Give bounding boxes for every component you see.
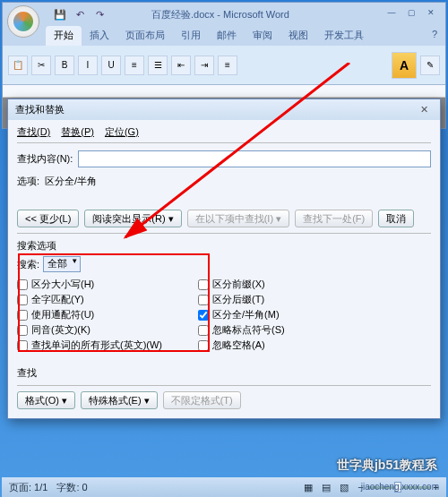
option-checkbox[interactable]: 忽略空格(A): [198, 338, 285, 352]
option-checkbox[interactable]: 区分大小写(H): [17, 278, 162, 291]
checkbox-label: 区分前缀(X): [212, 278, 265, 291]
checkbox[interactable]: [198, 279, 209, 290]
list-icon[interactable]: ≡: [125, 56, 144, 75]
quick-access-toolbar: 💾 ↶ ↷: [53, 7, 107, 21]
titlebar: 💾 ↶ ↷ 百度经验.docx - Microsoft Word — ▢ ✕: [3, 3, 445, 26]
tab-layout[interactable]: 页面布局: [117, 26, 173, 46]
option-checkbox[interactable]: 全字匹配(Y): [17, 293, 162, 306]
find-replace-dialog: 查找和替换 ✕ 查找(D) 替换(P) 定位(G) 查找内容(N): 选项: 区…: [7, 99, 441, 419]
search-options-label: 搜索选项: [17, 239, 431, 253]
tab-insert[interactable]: 插入: [82, 26, 117, 46]
option-checkbox[interactable]: 区分后缀(T): [198, 293, 285, 306]
tab-mailings[interactable]: 邮件: [209, 26, 245, 46]
close-button[interactable]: ✕: [422, 8, 440, 21]
checkbox-label: 使用通配符(U): [31, 308, 94, 321]
dialog-title: 查找和替换: [15, 103, 65, 116]
cancel-button[interactable]: 取消: [378, 210, 414, 227]
styles-icon[interactable]: A: [392, 52, 417, 79]
checkbox[interactable]: [198, 295, 209, 305]
checkbox[interactable]: [17, 279, 28, 290]
option-checkbox[interactable]: 使用通配符(U): [17, 308, 162, 321]
tab-goto[interactable]: 定位(G): [105, 125, 139, 139]
paste-icon[interactable]: 📋: [8, 56, 28, 75]
italic-icon[interactable]: I: [78, 56, 98, 75]
reading-highlight-button[interactable]: 阅读突出显示(R) ▾: [84, 210, 181, 227]
option-checkbox[interactable]: 忽略标点符号(S): [198, 323, 285, 337]
office-logo-icon: [13, 12, 33, 31]
option-checkbox[interactable]: 同音(英文)(K): [17, 323, 162, 337]
checkbox[interactable]: [198, 340, 209, 351]
checkbox-label: 忽略标点符号(S): [212, 323, 285, 337]
search-direction-select[interactable]: 全部: [43, 256, 81, 272]
ruler: [3, 85, 445, 98]
search-direction-label: 搜索:: [17, 258, 39, 271]
window-title: 百度经验.docx - Microsoft Word: [151, 8, 289, 21]
special-format-button[interactable]: 特殊格式(E) ▾: [81, 391, 158, 409]
tab-review[interactable]: 审阅: [245, 26, 280, 46]
checkbox[interactable]: [17, 310, 28, 321]
dialog-close-icon[interactable]: ✕: [415, 104, 433, 116]
undo-icon[interactable]: ↶: [73, 7, 87, 21]
align-icon[interactable]: ≡: [218, 56, 237, 75]
format-button[interactable]: 格式(O) ▾: [17, 391, 75, 409]
ribbon-tabs: 开始 插入 页面布局 引用 邮件 审阅 视图 开发工具 ?: [46, 26, 445, 46]
checkbox[interactable]: [17, 340, 28, 351]
cut-icon[interactable]: ✂: [31, 56, 51, 75]
checkbox-label: 全字匹配(Y): [31, 293, 84, 306]
status-words[interactable]: 字数: 0: [56, 481, 87, 494]
minimize-button[interactable]: —: [383, 8, 401, 21]
maximize-button[interactable]: ▢: [402, 8, 420, 21]
less-button[interactable]: << 更少(L): [17, 210, 79, 227]
view-web-icon[interactable]: ▧: [340, 482, 349, 493]
checkbox-label: 区分全/半角(M): [212, 308, 280, 321]
editing-icon[interactable]: ✎: [420, 56, 440, 75]
redo-icon[interactable]: ↷: [92, 7, 107, 21]
options-label: 选项:: [17, 175, 39, 188]
ribbon: 📋 ✂ B I U ≡ ☰ ⇤ ⇥ ≡ A ✎: [3, 46, 445, 85]
tab-home[interactable]: 开始: [46, 26, 82, 46]
office-button[interactable]: [7, 5, 39, 38]
tab-developer[interactable]: 开发工具: [316, 26, 372, 46]
tab-view[interactable]: 视图: [280, 26, 316, 46]
find-section-label: 查找: [17, 366, 431, 380]
option-checkbox[interactable]: 区分前缀(X): [198, 278, 285, 291]
find-input[interactable]: [78, 150, 431, 167]
checkbox[interactable]: [17, 325, 28, 336]
options-value: 区分全/半角: [45, 175, 97, 188]
checkbox-label: 区分大小写(H): [31, 278, 94, 291]
tab-replace[interactable]: 替换(P): [61, 125, 94, 139]
no-format-button[interactable]: 不限定格式(T): [163, 391, 241, 409]
tab-find[interactable]: 查找(D): [17, 125, 50, 139]
view-read-icon[interactable]: ▤: [322, 482, 331, 493]
tab-references[interactable]: 引用: [173, 26, 209, 46]
save-icon[interactable]: 💾: [53, 7, 67, 21]
checkbox-label: 查找单词的所有形式(英文)(W): [31, 338, 162, 352]
option-checkbox[interactable]: 查找单词的所有形式(英文)(W): [17, 338, 162, 352]
option-checkbox[interactable]: 区分全/半角(M): [198, 308, 285, 321]
indent-right-icon[interactable]: ⇥: [194, 56, 214, 75]
help-icon[interactable]: ?: [424, 26, 445, 46]
watermark: 世字典jb51教程系: [337, 458, 437, 474]
bold-icon[interactable]: B: [55, 56, 74, 75]
checkbox-label: 区分后缀(T): [212, 293, 264, 306]
checkbox-label: 同音(英文)(K): [31, 323, 90, 337]
numbered-list-icon[interactable]: ☰: [148, 56, 168, 75]
underline-icon[interactable]: U: [101, 56, 121, 75]
checkbox[interactable]: [198, 310, 209, 321]
checkbox[interactable]: [17, 295, 28, 305]
find-label: 查找内容(N):: [17, 152, 73, 166]
find-in-button[interactable]: 在以下项中查找(I) ▾: [187, 210, 289, 227]
checkbox-label: 忽略空格(A): [212, 338, 265, 352]
dialog-titlebar[interactable]: 查找和替换 ✕: [8, 99, 440, 120]
indent-left-icon[interactable]: ⇤: [171, 56, 191, 75]
checkbox[interactable]: [198, 325, 209, 336]
find-next-button[interactable]: 查找下一处(F): [295, 210, 373, 227]
url-watermark: jiaocheng.xxxx.com: [361, 482, 439, 492]
status-page[interactable]: 页面: 1/1: [9, 481, 47, 494]
view-print-icon[interactable]: ▦: [304, 482, 313, 493]
